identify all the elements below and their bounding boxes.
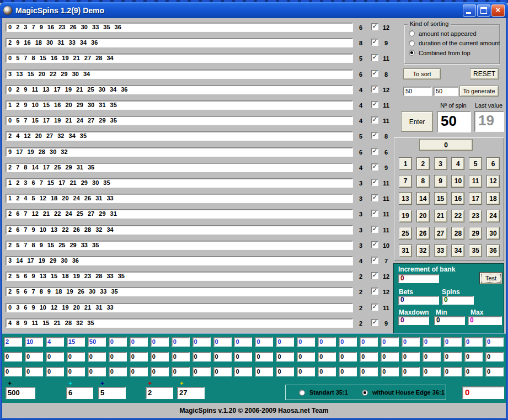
- grid-cell[interactable]: 0: [213, 352, 232, 361]
- sequence-field[interactable]: 2 4 12 20 27 32 34 35: [6, 131, 353, 141]
- grid-cell[interactable]: 0: [46, 352, 64, 361]
- sequence-field[interactable]: 2 5 6 9 13 15 18 19 23 28 33 35: [6, 272, 353, 281]
- grid-cell[interactable]: 0: [339, 352, 357, 361]
- row-checkbox[interactable]: [371, 319, 378, 326]
- sequence-field[interactable]: 1 2 9 10 15 16 20 29 30 31 35: [6, 100, 353, 110]
- grid-cell[interactable]: 0: [234, 367, 252, 376]
- bet-amount-field[interactable]: 2: [146, 387, 173, 399]
- grid-cell[interactable]: 4: [46, 337, 64, 347]
- grid-cell[interactable]: 0: [485, 367, 504, 376]
- grid-cell[interactable]: 0: [255, 352, 273, 361]
- minimize-button[interactable]: [463, 4, 476, 17]
- bet-amount-field[interactable]: 6: [66, 387, 93, 399]
- grid-cell[interactable]: 15: [67, 337, 85, 347]
- sequence-field[interactable]: 0 2 9 11 13 17 19 21 25 30 34 36: [6, 85, 353, 94]
- grid-cell[interactable]: 0: [46, 367, 64, 376]
- sequence-field[interactable]: 2 5 7 8 9 15 25 29 33 35: [6, 241, 353, 250]
- sequence-field[interactable]: 2 6 7 9 10 13 22 26 28 32 34: [6, 225, 353, 235]
- grid-cell[interactable]: 0: [485, 337, 504, 347]
- sequence-field[interactable]: 2 9 16 18 30 31 33 34 36: [6, 38, 353, 47]
- sequence-field[interactable]: 0 3 6 9 10 12 19 20 21 31 33: [6, 303, 353, 312]
- grid-cell[interactable]: 0: [67, 352, 85, 361]
- grid-cell[interactable]: 0: [255, 337, 273, 347]
- sequence-field[interactable]: 1 2 4 5 12 18 20 24 26 31 33: [6, 194, 353, 203]
- sequence-field[interactable]: 0 5 7 15 17 19 21 24 27 29 35: [6, 116, 353, 125]
- grid-cell[interactable]: 2: [4, 337, 22, 347]
- grid-cell[interactable]: 0: [172, 352, 190, 361]
- maximize-button[interactable]: [477, 4, 490, 17]
- grid-cell[interactable]: 0: [464, 337, 483, 347]
- grid-cell[interactable]: 0: [276, 352, 294, 361]
- grid-cell[interactable]: 0: [109, 367, 127, 376]
- grid-cell[interactable]: 0: [130, 337, 148, 347]
- grid-cell[interactable]: 0: [192, 337, 211, 347]
- grid-cell[interactable]: 0: [297, 337, 315, 347]
- sequence-field[interactable]: 3 14 17 19 29 30 36: [6, 256, 353, 265]
- radio-button[interactable]: [362, 390, 368, 396]
- row-checkbox[interactable]: [371, 148, 378, 155]
- row-checkbox[interactable]: [371, 54, 378, 61]
- grid-cell[interactable]: 0: [402, 352, 420, 361]
- grid-cell[interactable]: 0: [172, 367, 190, 376]
- grid-cell[interactable]: 0: [276, 337, 294, 347]
- grid-cell[interactable]: 50: [88, 337, 106, 347]
- grid-cell[interactable]: 0: [443, 352, 462, 361]
- grid-cell[interactable]: 0: [213, 337, 232, 347]
- grid-cell[interactable]: 0: [318, 352, 336, 361]
- grid-cell[interactable]: 0: [485, 352, 504, 361]
- grid-cell[interactable]: 0: [360, 337, 378, 347]
- sequence-field[interactable]: 4 8 9 11 15 21 28 32 35: [6, 318, 353, 328]
- sequence-field[interactable]: 9 17 19 28 30 32: [6, 147, 353, 157]
- bet-amount-field[interactable]: 5: [98, 387, 126, 399]
- grid-cell[interactable]: 0: [360, 367, 378, 376]
- row-checkbox[interactable]: [371, 210, 378, 217]
- row-checkbox[interactable]: [371, 179, 378, 186]
- result-field[interactable]: 0: [462, 386, 504, 399]
- grid-cell[interactable]: 0: [423, 352, 441, 361]
- sequence-field[interactable]: 0 5 7 8 15 16 19 21 27 28 34: [6, 54, 353, 63]
- sequence-field[interactable]: 2 7 8 14 17 25 29 31 35: [6, 163, 353, 172]
- row-checkbox[interactable]: [371, 272, 378, 279]
- grid-cell[interactable]: 10: [25, 337, 43, 347]
- grid-cell[interactable]: 0: [109, 337, 127, 347]
- row-checkbox[interactable]: [371, 101, 378, 108]
- grid-cell[interactable]: 0: [192, 352, 211, 361]
- grid-cell[interactable]: 0: [443, 337, 462, 347]
- grid-cell[interactable]: 0: [151, 337, 169, 347]
- grid-cell[interactable]: 0: [443, 367, 462, 376]
- grid-cell[interactable]: 0: [381, 367, 399, 376]
- bet-amount-field[interactable]: 500: [6, 387, 35, 399]
- payout-option[interactable]: Standart 35:1: [299, 385, 348, 400]
- grid-cell[interactable]: 0: [4, 352, 22, 361]
- row-checkbox[interactable]: [371, 86, 378, 93]
- grid-cell[interactable]: 0: [276, 367, 294, 376]
- grid-cell[interactable]: 0: [423, 367, 441, 376]
- grid-cell[interactable]: 0: [25, 352, 43, 361]
- grid-cell[interactable]: 0: [255, 367, 273, 376]
- grid-cell[interactable]: 0: [381, 337, 399, 347]
- grid-cell[interactable]: 0: [402, 337, 420, 347]
- grid-cell[interactable]: 0: [297, 352, 315, 361]
- grid-cell[interactable]: 0: [318, 337, 336, 347]
- row-checkbox[interactable]: [371, 257, 378, 264]
- grid-cell[interactable]: 0: [339, 367, 357, 376]
- row-checkbox[interactable]: [371, 39, 378, 46]
- close-button[interactable]: ×: [491, 4, 505, 17]
- sequence-field[interactable]: 2 6 7 12 21 22 24 25 27 29 31: [6, 209, 353, 219]
- grid-cell[interactable]: 0: [151, 352, 169, 361]
- bet-amount-field[interactable]: 27: [177, 387, 205, 399]
- grid-cell[interactable]: 0: [192, 367, 211, 376]
- row-checkbox[interactable]: [371, 194, 378, 201]
- grid-cell[interactable]: 0: [297, 367, 315, 376]
- grid-cell[interactable]: 0: [88, 352, 106, 361]
- grid-cell[interactable]: 0: [339, 337, 357, 347]
- row-checkbox[interactable]: [371, 23, 378, 30]
- radio-button[interactable]: [299, 390, 305, 396]
- row-checkbox[interactable]: [371, 226, 378, 233]
- grid-cell[interactable]: 0: [172, 337, 190, 347]
- row-checkbox[interactable]: [371, 70, 378, 77]
- grid-cell[interactable]: 0: [130, 352, 148, 361]
- payout-option[interactable]: without House Edge 36:1: [362, 385, 445, 400]
- sequence-field[interactable]: 2 5 6 7 8 9 18 19 26 30 33 35: [6, 287, 353, 296]
- row-checkbox[interactable]: [371, 241, 378, 248]
